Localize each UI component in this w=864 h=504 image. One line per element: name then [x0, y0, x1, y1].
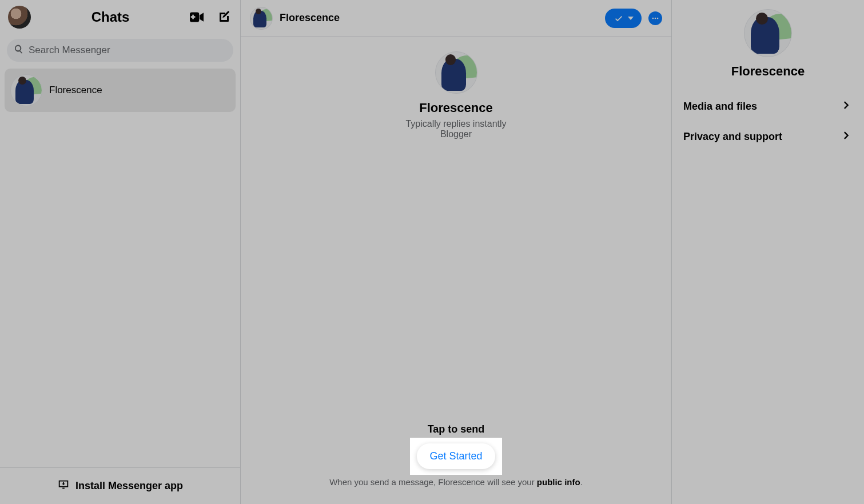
info-panel-name: Florescence: [731, 64, 805, 79]
search-wrap: [0, 34, 240, 66]
sidebar-title: Chats: [38, 9, 183, 25]
compose-icon[interactable]: [217, 10, 231, 24]
video-call-icon[interactable]: [190, 11, 206, 23]
disclosure-post: .: [580, 477, 583, 487]
sidebar: Chats Flor: [0, 0, 241, 504]
conversation-list: Florescence: [0, 66, 240, 467]
conversation-item[interactable]: Florescence: [5, 69, 236, 112]
info-row-privacy-support[interactable]: Privacy and support: [672, 122, 864, 152]
search-box[interactable]: [7, 39, 233, 62]
conversation-header-title[interactable]: Florescence: [280, 12, 340, 24]
contact-avatar-large: [435, 51, 477, 94]
sidebar-actions: [190, 10, 231, 24]
search-input[interactable]: [29, 45, 226, 56]
tap-to-send-label: Tap to send: [428, 423, 485, 435]
info-panel-avatar: [744, 9, 792, 57]
info-row-media-files[interactable]: Media and files: [672, 91, 864, 122]
sidebar-header: Chats: [0, 0, 240, 34]
svg-point-4: [655, 17, 656, 19]
install-app-button[interactable]: Install Messenger app: [0, 467, 240, 504]
search-icon: [14, 44, 24, 57]
contact-name: Florescence: [419, 101, 492, 115]
conversation-avatar: [10, 74, 42, 106]
disclosure-pre: When you send a message, Florescence wil…: [329, 477, 537, 487]
conversation-name: Florescence: [49, 85, 102, 96]
info-panel: Florescence Media and files Privacy and …: [672, 0, 864, 504]
user-avatar[interactable]: [8, 6, 31, 29]
conversation-footer: Tap to send Get Started When you send a …: [241, 415, 671, 504]
svg-point-3: [652, 17, 654, 19]
contact-reply-info: Typically replies instantly: [405, 119, 506, 129]
get-started-button[interactable]: Get Started: [417, 443, 495, 469]
chevron-right-icon: [841, 99, 853, 114]
svg-point-5: [657, 17, 659, 19]
conversation-body: Florescence Typically replies instantly …: [241, 37, 671, 415]
conversation-header: Florescence: [241, 0, 671, 37]
svg-rect-2: [191, 16, 196, 18]
contact-category: Blogger: [440, 129, 472, 139]
download-icon: [57, 478, 70, 494]
chevron-right-icon: [841, 130, 853, 144]
more-options-icon[interactable]: [648, 11, 662, 25]
info-row-label: Media and files: [683, 101, 757, 113]
conversation-header-avatar[interactable]: [250, 7, 273, 30]
install-label: Install Messenger app: [75, 480, 183, 492]
conversation-pane: Florescence Florescence Typically replie…: [241, 0, 672, 504]
info-row-label: Privacy and support: [683, 131, 782, 143]
mark-done-button[interactable]: [605, 9, 642, 28]
public-info-disclosure: When you send a message, Florescence wil…: [329, 477, 583, 487]
public-info-link[interactable]: public info: [537, 477, 580, 487]
